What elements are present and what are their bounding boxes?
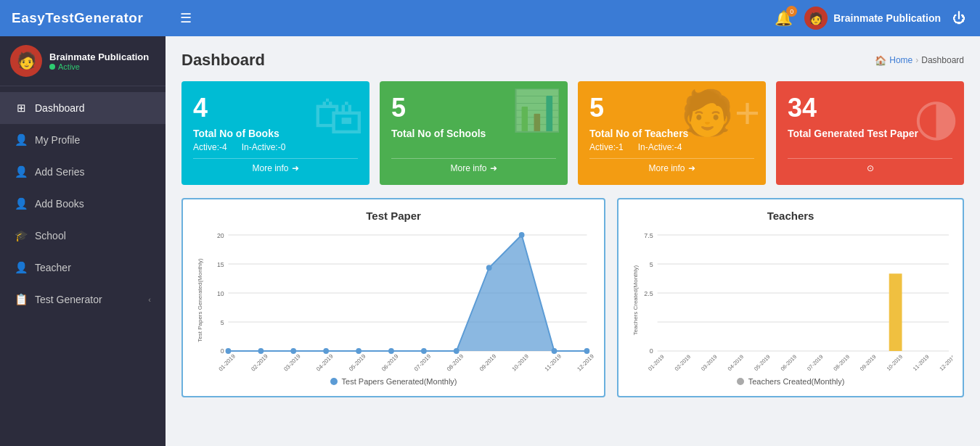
sidebar-nav: ⊞ Dashboard 👤 My Profile 👤 Add Series 👤 …: [0, 92, 166, 315]
teachers-bg-icon: 🧑+: [680, 87, 760, 139]
profile-icon: 👤: [15, 133, 28, 146]
power-button[interactable]: ⏻: [952, 11, 965, 26]
sidebar-item-test-generator[interactable]: 📋 Test Generator ‹: [0, 284, 166, 315]
stat-card-books: 🛍 4 Total No of Books Active:-4 In-Activ…: [181, 81, 369, 185]
sidebar: EasyTestGenerator 🧑 Brainmate Publicatio…: [0, 0, 166, 446]
svg-point-22: [552, 348, 558, 354]
teachers-more-info[interactable]: More info ➜: [589, 158, 754, 173]
topbar-username: Brainmate Publication: [833, 12, 941, 24]
notifications-bell[interactable]: 🔔 0: [775, 9, 793, 27]
svg-text:12-2019: 12-2019: [576, 353, 595, 373]
more-info-label: More info: [450, 163, 486, 173]
svg-text:0: 0: [221, 347, 224, 355]
chevron-right-icon: ‹: [148, 295, 151, 304]
svg-text:03-2019: 03-2019: [700, 353, 719, 372]
charts-row: Test Paper 20 15 10 5 0: [181, 198, 964, 397]
svg-text:08-2019: 08-2019: [833, 353, 852, 372]
svg-text:01-2019: 01-2019: [647, 353, 666, 372]
more-info-label: More info: [648, 163, 685, 173]
sidebar-item-teacher[interactable]: 👤 Teacher: [0, 252, 166, 284]
breadcrumb-sep: ›: [915, 55, 918, 65]
svg-text:02-2019: 02-2019: [674, 353, 693, 372]
schools-more-info[interactable]: More info ➜: [391, 158, 556, 173]
sidebar-item-school[interactable]: 🎓 School: [0, 220, 166, 252]
teachers-sub: Active:-1 In-Active:-4: [589, 142, 754, 152]
svg-text:01-2019: 01-2019: [218, 353, 237, 373]
svg-rect-46: [889, 273, 902, 351]
test-paper-chart-legend: Test Papers Generated(Monthly): [193, 377, 594, 386]
user-status: Active: [49, 62, 149, 71]
svg-text:06-2019: 06-2019: [780, 353, 799, 372]
svg-text:07-2019: 07-2019: [413, 353, 432, 373]
test-bg-icon: ◑: [914, 87, 958, 146]
breadcrumb-home[interactable]: Home: [889, 55, 912, 65]
teachers-chart-title: Teachers: [629, 210, 952, 222]
teacher-icon: 👤: [15, 261, 28, 274]
sidebar-user-profile[interactable]: 🧑 Brainmate Publication Active: [0, 36, 166, 86]
books-bg-icon: 🛍: [313, 87, 364, 145]
content-area: Dashboard 🏠 Home › Dashboard 🛍 4 Total N…: [166, 36, 980, 446]
hamburger-button[interactable]: ☰: [180, 10, 192, 26]
svg-text:5: 5: [221, 319, 224, 326]
user-name: Brainmate Publication: [49, 51, 149, 62]
sidebar-item-label: My Profile: [35, 134, 80, 146]
sidebar-item-label: Teacher: [35, 262, 71, 273]
home-icon: 🏠: [875, 55, 886, 66]
arrow-icon: ➜: [688, 163, 695, 173]
svg-point-15: [323, 348, 329, 354]
app-logo: EasyTestGenerator: [0, 0, 166, 36]
stat-card-test-papers: ◑ 34 Total Generated Test Paper ⊙: [776, 81, 964, 185]
sidebar-item-dashboard[interactable]: ⊞ Dashboard: [0, 92, 166, 124]
legend-label-test: Test Papers Generated(Monthly): [342, 377, 457, 386]
stat-card-schools: 📊 5 Total No of Schools More info ➜: [380, 81, 568, 185]
svg-text:12-2019: 12-2019: [938, 353, 952, 372]
svg-text:Teachers Created(Monthly): Teachers Created(Monthly): [632, 265, 639, 335]
schools-bg-icon: 📊: [512, 87, 562, 134]
sidebar-user-info: Brainmate Publication Active: [49, 51, 149, 71]
svg-text:10-2019: 10-2019: [511, 353, 530, 373]
topbar-user[interactable]: 🧑 Brainmate Publication: [804, 7, 941, 30]
test-generator-icon: 📋: [15, 293, 28, 306]
sidebar-item-label: School: [35, 230, 66, 241]
books-inactive: In-Active:-0: [242, 142, 286, 152]
test-paper-svg: 20 15 10 5 0 Test Papers Generated(Month…: [193, 228, 594, 373]
topbar-left: ☰: [180, 10, 192, 26]
teachers-active: Active:-1: [589, 142, 624, 152]
svg-point-14: [290, 348, 296, 354]
svg-text:0: 0: [650, 347, 653, 355]
svg-text:02-2019: 02-2019: [250, 353, 269, 373]
svg-text:10-2019: 10-2019: [886, 353, 905, 372]
test-papers-footer[interactable]: ⊙: [788, 158, 952, 173]
books-more-info[interactable]: More info ➜: [193, 158, 358, 173]
svg-point-12: [226, 348, 232, 354]
svg-text:15: 15: [217, 261, 224, 268]
svg-text:Test Papers Generated(Monthly): Test Papers Generated(Monthly): [197, 258, 203, 342]
svg-text:07-2019: 07-2019: [806, 353, 825, 372]
legend-dot-test: [330, 378, 338, 385]
svg-text:04-2019: 04-2019: [315, 353, 334, 373]
teachers-inactive: In-Active:-4: [638, 142, 682, 152]
teachers-chart: 7.5 5 2.5 0 Teachers Created(Monthly) 01…: [629, 228, 952, 373]
sidebar-item-label: Dashboard: [35, 102, 85, 114]
sidebar-item-add-series[interactable]: 👤 Add Series: [0, 156, 166, 188]
topbar: ☰ 🔔 0 🧑 Brainmate Publication ⏻: [166, 0, 980, 36]
topbar-right: 🔔 0 🧑 Brainmate Publication ⏻: [775, 7, 965, 30]
svg-text:09-2019: 09-2019: [478, 353, 497, 373]
page-header: Dashboard 🏠 Home › Dashboard: [181, 51, 964, 70]
svg-text:7.5: 7.5: [644, 232, 653, 239]
svg-point-13: [258, 348, 264, 354]
legend-label-teachers: Teachers Created(Monthly): [748, 377, 845, 386]
legend-dot-teachers: [737, 378, 744, 385]
stat-card-teachers: 🧑+ 5 Total No of Teachers Active:-1 In-A…: [578, 81, 766, 185]
add-books-icon: 👤: [15, 197, 28, 210]
teachers-chart-legend: Teachers Created(Monthly): [629, 377, 952, 386]
sidebar-item-my-profile[interactable]: 👤 My Profile: [0, 124, 166, 156]
svg-text:09-2019: 09-2019: [859, 353, 878, 372]
svg-text:03-2019: 03-2019: [282, 353, 301, 373]
svg-point-18: [421, 348, 427, 354]
main-content: ☰ 🔔 0 🧑 Brainmate Publication ⏻ Dashboar…: [166, 0, 980, 446]
sidebar-item-add-books[interactable]: 👤 Add Books: [0, 188, 166, 220]
sidebar-item-label: Add Series: [35, 166, 84, 178]
teachers-chart-box: Teachers 7.5 5 2.5 0: [617, 198, 964, 397]
svg-text:10: 10: [217, 290, 224, 297]
